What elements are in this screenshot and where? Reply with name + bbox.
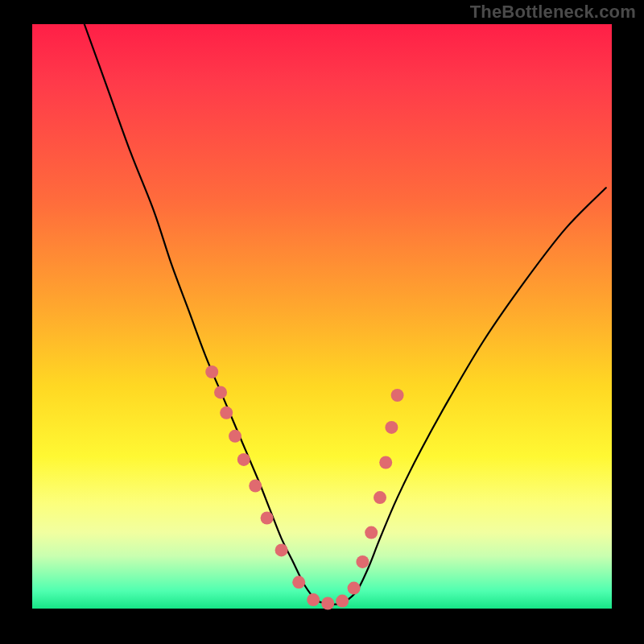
bottleneck-curve — [85, 24, 606, 605]
highlight-point — [391, 389, 404, 402]
highlight-point — [229, 430, 242, 443]
highlight-points — [205, 365, 403, 610]
highlight-point — [249, 480, 262, 493]
highlight-point — [220, 407, 233, 419]
highlight-point — [379, 456, 392, 469]
highlight-point — [374, 491, 386, 504]
highlight-point — [365, 526, 378, 539]
highlight-point — [336, 595, 349, 608]
curve-layer — [32, 24, 612, 609]
highlight-point — [237, 453, 250, 466]
highlight-point — [348, 582, 361, 595]
chart-frame: TheBottleneck.com — [0, 0, 644, 644]
highlight-point — [292, 576, 305, 588]
highlight-point — [214, 386, 227, 398]
highlight-point — [321, 597, 334, 610]
watermark-text: TheBottleneck.com — [470, 2, 636, 23]
highlight-point — [307, 593, 320, 606]
highlight-point — [385, 421, 398, 434]
highlight-point — [356, 555, 369, 568]
highlight-point — [205, 365, 218, 378]
highlight-point — [275, 543, 288, 556]
highlight-point — [261, 512, 274, 525]
